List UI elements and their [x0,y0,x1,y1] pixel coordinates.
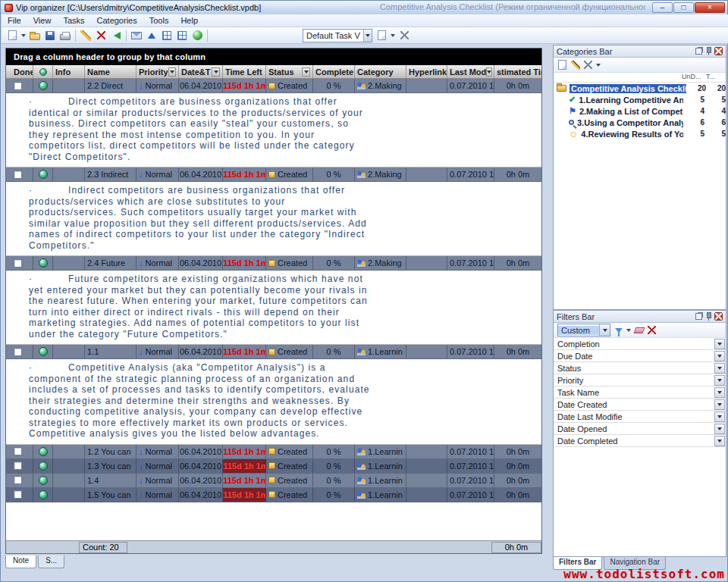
pin-panel-icon[interactable] [704,312,712,321]
filter-preset-combo[interactable]: Custom [557,324,610,336]
filter-dropdown-icon[interactable] [714,424,725,434]
task-template-combo[interactable]: Default Task V [303,29,372,42]
menu-categories[interactable]: Categories [91,15,143,26]
task-template-dropdown-icon[interactable] [363,30,372,42]
priority-filter-icon[interactable] [168,67,176,77]
total-column-header[interactable]: T... [706,73,726,82]
column-header-time-left[interactable]: Time Left [223,65,266,78]
date-filter-icon[interactable] [212,67,220,77]
clear-filter-icon[interactable] [632,324,645,336]
menu-file[interactable]: File [2,15,27,26]
task-row[interactable]: 1.4 ↓Normal 06.04.2010 -115d 1h 1m Creat… [6,474,541,488]
undo-icon[interactable] [108,28,124,43]
category-tree-item[interactable]: 3.Using a Competitor Analysis ( 6 6 [554,117,726,128]
apply-filter-icon[interactable] [612,324,625,336]
done-checkbox[interactable] [14,348,22,356]
float-panel-icon[interactable] [695,48,702,55]
task-name[interactable]: 1.1 [85,345,136,358]
filter-actions-dropdown-icon[interactable] [626,329,631,332]
close-panel-icon[interactable] [714,47,723,55]
filter-dropdown-icon[interactable] [714,399,725,410]
category-tree-item[interactable]: ✔ 1.Learning Competitive Analysi 5 5 [554,94,726,105]
menu-help[interactable]: Help [174,15,204,26]
column-header-category[interactable]: Category [355,65,406,78]
last-modified-filter-icon[interactable] [486,67,492,77]
undone-column-header[interactable]: UnD... [682,73,706,82]
column-header-info[interactable]: Info [53,65,85,78]
sync-icon[interactable] [190,28,205,43]
task-name[interactable]: 2.4 Future [85,256,136,270]
filter-dropdown-icon[interactable] [714,411,725,422]
task-name[interactable]: 2.2 Direct [85,79,136,92]
filter-dropdown-icon[interactable] [714,363,725,374]
task-name[interactable]: 2.3 Indirect [85,167,136,181]
filter-dropdown-icon[interactable] [714,351,725,361]
filter-dropdown-icon[interactable] [714,436,725,446]
done-checkbox[interactable] [14,476,22,484]
category-actions-dropdown-icon[interactable] [596,64,601,67]
delete-task-icon[interactable] [93,28,108,43]
group-by-bar[interactable]: Drag a column header to group by that co… [6,48,541,65]
menu-view[interactable]: View [27,15,58,26]
edit-category-icon[interactable] [569,59,582,71]
task-name[interactable]: 1.5 You can [85,488,136,502]
menu-tools[interactable]: Tools [143,15,175,26]
edit-task-icon[interactable] [78,28,93,43]
close-panel-icon[interactable] [714,312,723,321]
status-filter-icon[interactable] [302,67,310,77]
template-options-dropdown-icon[interactable] [391,34,395,37]
float-panel-icon[interactable] [695,313,702,320]
done-checkbox[interactable] [14,259,22,268]
column-header-last-modified[interactable]: Last Mod [447,65,494,78]
task-row[interactable]: 2.2 Direct ↓Normal 06.04.2010 -115d 1h 1… [6,79,541,93]
column-header-status[interactable]: Status [266,65,313,78]
column-header-estimated[interactable]: stimated Tim [494,65,541,78]
view-columns-icon[interactable] [174,28,190,43]
done-checkbox[interactable] [14,171,22,179]
column-header-complete[interactable]: Complete [313,65,355,78]
category-tree-item[interactable]: ⚑ 2.Making a List of Competitors. 4 4 [554,105,726,117]
filter-preset-dropdown-icon[interactable] [599,324,610,336]
done-checkbox[interactable] [14,82,22,90]
column-header-hyperlink[interactable]: Hyperlink [406,65,447,78]
done-checkbox[interactable] [14,462,22,470]
close-button[interactable]: × [695,2,725,13]
task-name[interactable]: 1.2 You can [85,445,136,458]
pin-panel-icon[interactable] [704,47,712,55]
task-row[interactable]: 1.2 You can ↓Normal 06.04.2010 -115d 1h … [6,445,541,459]
open-file-icon[interactable] [27,28,42,43]
tab-subtasks[interactable]: S... [38,555,64,568]
column-header-name[interactable]: Name [85,65,136,78]
task-name[interactable]: 1.4 [85,474,136,487]
clear-template-icon[interactable] [397,28,412,43]
view-grid-icon[interactable] [159,28,174,43]
save-icon[interactable] [42,28,58,43]
export-icon[interactable] [144,28,159,43]
task-row[interactable]: 1.3 You can ↓Normal 06.04.2010 -115d 1h … [6,459,541,474]
done-checkbox[interactable] [14,490,22,499]
maximize-button[interactable]: □ [673,2,694,13]
template-options-icon[interactable] [374,28,389,43]
column-header-type[interactable] [33,65,53,78]
done-checkbox[interactable] [14,447,22,455]
tab-note[interactable]: Note [5,555,36,568]
filter-dropdown-icon[interactable] [714,339,725,349]
filter-dropdown-icon[interactable] [714,387,725,398]
category-tree-item[interactable]: ☺ 4.Reviewing Results of Your A 5 5 [554,128,726,139]
task-name[interactable]: 1.3 You can [85,459,136,473]
task-row[interactable]: 1.1 ↓Normal 06.04.2010 -115d 1h 1m Creat… [6,345,541,359]
remove-filter-icon[interactable] [645,324,658,336]
filter-dropdown-icon[interactable] [714,375,725,386]
menu-tasks[interactable]: Tasks [57,15,90,26]
column-header-done[interactable]: Done [6,65,33,78]
new-task-icon[interactable] [5,28,20,43]
task-row[interactable]: 2.3 Indirect ↓Normal 06.04.2010 -115d 1h… [6,167,541,182]
task-row[interactable]: 2.4 Future ↓Normal 06.04.2010 -115d 1h 1… [6,256,541,271]
minimize-button[interactable]: – [652,2,673,13]
new-category-icon[interactable] [556,59,569,71]
column-header-priority[interactable]: Priority [136,65,179,78]
category-tree-item[interactable]: Competitive Analysis Checklist 20 20 [554,83,726,94]
print-icon[interactable] [58,28,73,43]
new-task-dropdown-icon[interactable] [21,34,26,37]
column-header-date[interactable]: Date&T [179,65,223,78]
